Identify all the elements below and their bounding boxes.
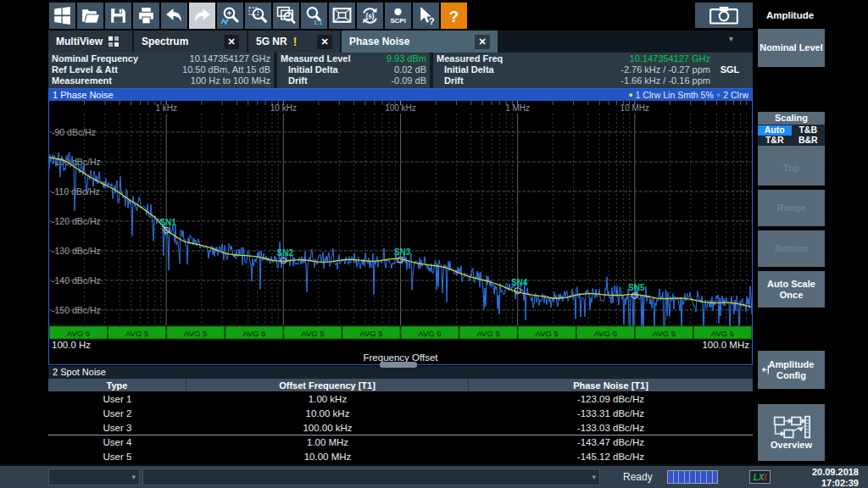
scaling-option-br[interactable]: B&R xyxy=(792,136,826,146)
info-label: Initial Delta xyxy=(281,64,338,75)
info-value: 9.93 dBm xyxy=(387,53,426,64)
avg-status-label: AVG 5 xyxy=(476,329,499,338)
status-ready-label: Ready xyxy=(623,471,653,483)
trace-legend: ●1 Clrw Lin Smth 5%●2 Clrw xyxy=(628,89,748,101)
status-dropdown-left[interactable]: ▾ xyxy=(48,469,140,485)
tab-close-icon[interactable]: ✕ xyxy=(475,35,490,49)
scaling-footer xyxy=(758,146,825,151)
legend-trace-label: 1 Clrw Lin Smth 5% xyxy=(636,89,714,101)
x-axis-decade-label: 10 MHz xyxy=(620,103,649,113)
x-axis-range: 100.0 Hz 100.0 MHz xyxy=(49,340,752,352)
spot-noise-cell: -143.47 dBc/Hz xyxy=(469,435,753,449)
softkey-amplitude-config[interactable]: Amplitude Config xyxy=(758,351,825,389)
scaling-option-auto[interactable]: Auto xyxy=(758,125,792,136)
tab-multiview[interactable]: MultiView xyxy=(48,30,132,53)
info-value: 0.02 dB xyxy=(394,64,426,75)
spot-noise-row-2[interactable]: User 210.00 kHz-133.31 dBc/Hz xyxy=(48,406,753,420)
spot-noise-row-5[interactable]: User 510.00 MHz-145.12 dBc/Hz xyxy=(48,449,753,463)
save-button[interactable] xyxy=(105,3,131,29)
windows-button[interactable] xyxy=(49,3,75,29)
redo-button[interactable] xyxy=(189,3,215,29)
y-axis-gridline-label: -150 dBc/Hz xyxy=(52,305,101,315)
zoom-1to1-button[interactable]: 1:1 xyxy=(301,3,327,29)
softkey-range[interactable]: Range xyxy=(758,190,825,226)
legend-trace-dot-icon: ● xyxy=(716,89,721,101)
progress-bar xyxy=(667,470,718,484)
spot-noise-cell: User 3 xyxy=(48,420,186,435)
softkey-overview[interactable]: Overview xyxy=(758,404,825,461)
spot-noise-cell: User 5 xyxy=(48,449,186,463)
window-splitter-handle[interactable] xyxy=(380,362,417,368)
spot-noise-table-header: TypeOffset Frequency [T1]Phase Noise [T1… xyxy=(48,379,753,391)
help-button[interactable]: ? xyxy=(441,3,467,29)
svg-text:?: ? xyxy=(429,16,435,26)
tab-spectrum[interactable]: Spectrum✕ xyxy=(134,30,247,53)
softkey-nominal-level[interactable]: Nominal Level xyxy=(758,29,825,67)
zoom-signal-button[interactable] xyxy=(217,3,243,29)
display-frame-button[interactable] xyxy=(329,3,355,29)
softkey-label: Range xyxy=(777,202,806,214)
spot-noise-marker-label: SN5 xyxy=(628,283,645,292)
softkey-bottom[interactable]: Bottom xyxy=(758,230,825,267)
info-value: 10.147354127 GHz xyxy=(190,53,270,64)
info-label: Nominal Frequency xyxy=(52,53,138,64)
info-row: Measured Freq10.147354127 GHz xyxy=(437,53,749,64)
scaling-option-tb[interactable]: T&B xyxy=(792,125,826,136)
tab-close-icon[interactable]: ✕ xyxy=(224,35,239,49)
avg-status-label: AVG 5 xyxy=(653,329,676,338)
tab-label: MultiView xyxy=(56,36,103,47)
info-label: Ref Level & Att xyxy=(52,64,118,75)
spot-noise-cell: 100.00 kHz xyxy=(186,420,469,435)
spot-noise-window-title[interactable]: 2 Spot Noise xyxy=(48,366,753,379)
tab-label: Spectrum xyxy=(142,36,188,47)
undo-button[interactable] xyxy=(161,3,187,29)
sync-button[interactable]: (s) xyxy=(357,3,383,29)
avg-status-label: AVG 5 xyxy=(301,329,324,338)
open-icon xyxy=(80,5,101,26)
info-row: Ref Level & Att10.50 dBm, Att 15 dB xyxy=(52,64,270,75)
tab-close-icon[interactable]: ✕ xyxy=(317,35,332,49)
phase-noise-window-title: 1 Phase Noise xyxy=(53,89,114,101)
info-value: 100 Hz to 100 MHz xyxy=(191,75,270,86)
zoom-signal-icon xyxy=(220,5,241,26)
spot-noise-cell: User 2 xyxy=(48,406,186,420)
tab-bar: MultiViewSpectrum✕5G NR!✕Phase Noise✕ xyxy=(48,30,753,53)
zoom-windows-button[interactable] xyxy=(273,3,299,29)
open-button[interactable] xyxy=(77,3,103,29)
spot-noise-row-3[interactable]: User 3100.00 kHz-133.03 dBc/Hz xyxy=(48,420,753,435)
softkey-top[interactable]: Top xyxy=(758,150,825,186)
context-help-button[interactable]: ? xyxy=(413,3,439,29)
softkey-label: Bottom xyxy=(775,243,808,254)
tab-5g-nr[interactable]: 5G NR!✕ xyxy=(248,30,340,53)
spot-noise-row-4[interactable]: User 41.00 MHz-143.47 dBc/Hz xyxy=(48,435,753,449)
spot-noise-cell: -133.03 dBc/Hz xyxy=(469,420,753,435)
tab-overflow-button[interactable]: ▾ xyxy=(729,34,733,43)
y-axis-gridline-label: -120 dBc/Hz xyxy=(52,216,101,226)
x-axis-start-label: 100.0 Hz xyxy=(52,340,91,352)
sweep-mode-label xyxy=(710,75,749,86)
avg-status-label: AVG 5 xyxy=(418,329,441,338)
info-row: Measured Level9.93 dBm xyxy=(281,53,426,64)
print-icon xyxy=(136,5,157,26)
status-message-dropdown[interactable]: ▾ xyxy=(142,469,600,485)
sync-icon: (s) xyxy=(359,5,381,26)
screenshot-camera-button[interactable] xyxy=(695,3,753,28)
tab-phase-noise[interactable]: Phase Noise✕ xyxy=(342,30,498,53)
x-axis-stop-label: 100.0 MHz xyxy=(702,340,749,352)
time-label: 17:02:39 xyxy=(776,478,859,488)
print-button[interactable] xyxy=(133,3,159,29)
info-column: Measured Level9.93 dBmInitial Delta0.02 … xyxy=(277,53,430,88)
phase-noise-plot[interactable]: 1 kHz10 kHz100 kHz1 MHz10 MHz-90 dBc/Hz-… xyxy=(49,101,752,340)
zoom-area-button[interactable] xyxy=(245,3,271,29)
scpi-button[interactable]: SCPI xyxy=(385,3,411,29)
scaling-option-tr[interactable]: T&R xyxy=(758,136,792,146)
zoom-1to1-icon: 1:1 xyxy=(303,5,325,26)
date-time-display[interactable]: 20.09.2018 17:02:39 xyxy=(776,467,859,488)
softkey-auto-scale-once[interactable]: Auto Scale Once xyxy=(758,271,825,308)
chevron-down-icon: ▾ xyxy=(131,473,136,481)
phase-noise-window-titlebar[interactable]: 1 Phase Noise ●1 Clrw Lin Smth 5%●2 Clrw xyxy=(49,89,752,101)
avg-status-label: AVG 5 xyxy=(125,329,148,338)
spot-noise-marker-label: SN2 xyxy=(277,248,294,258)
spot-noise-row-1[interactable]: User 11.00 kHz-123.09 dBc/Hz xyxy=(48,391,753,406)
info-value: 10.147354127 GHz xyxy=(630,53,710,64)
